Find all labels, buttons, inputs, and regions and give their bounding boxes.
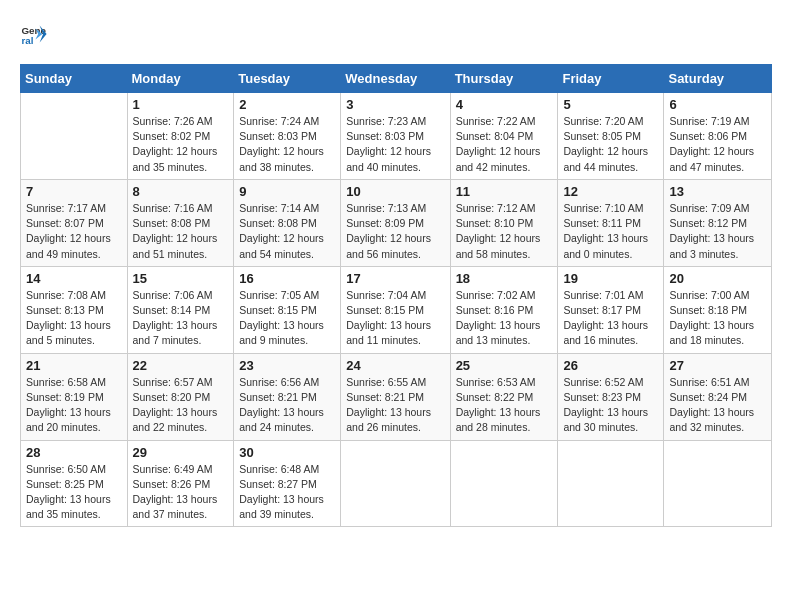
calendar-cell: 20Sunrise: 7:00 AM Sunset: 8:18 PM Dayli… (664, 266, 772, 353)
calendar-cell (558, 440, 664, 527)
calendar-cell: 9Sunrise: 7:14 AM Sunset: 8:08 PM Daylig… (234, 179, 341, 266)
day-number: 10 (346, 184, 444, 199)
day-number: 8 (133, 184, 229, 199)
day-number: 27 (669, 358, 766, 373)
day-number: 30 (239, 445, 335, 460)
day-number: 26 (563, 358, 658, 373)
day-number: 20 (669, 271, 766, 286)
calendar-cell: 27Sunrise: 6:51 AM Sunset: 8:24 PM Dayli… (664, 353, 772, 440)
calendar-cell (664, 440, 772, 527)
day-info: Sunrise: 7:08 AM Sunset: 8:13 PM Dayligh… (26, 288, 122, 349)
day-number: 14 (26, 271, 122, 286)
day-info: Sunrise: 7:10 AM Sunset: 8:11 PM Dayligh… (563, 201, 658, 262)
day-number: 11 (456, 184, 553, 199)
calendar-cell: 6Sunrise: 7:19 AM Sunset: 8:06 PM Daylig… (664, 93, 772, 180)
weekday-header-monday: Monday (127, 65, 234, 93)
day-number: 9 (239, 184, 335, 199)
calendar-cell: 14Sunrise: 7:08 AM Sunset: 8:13 PM Dayli… (21, 266, 128, 353)
page-header: Gene ral (20, 20, 772, 48)
day-number: 3 (346, 97, 444, 112)
day-info: Sunrise: 7:02 AM Sunset: 8:16 PM Dayligh… (456, 288, 553, 349)
calendar-cell: 7Sunrise: 7:17 AM Sunset: 8:07 PM Daylig… (21, 179, 128, 266)
day-info: Sunrise: 7:06 AM Sunset: 8:14 PM Dayligh… (133, 288, 229, 349)
day-number: 2 (239, 97, 335, 112)
calendar-cell: 5Sunrise: 7:20 AM Sunset: 8:05 PM Daylig… (558, 93, 664, 180)
day-number: 19 (563, 271, 658, 286)
calendar-cell: 19Sunrise: 7:01 AM Sunset: 8:17 PM Dayli… (558, 266, 664, 353)
day-info: Sunrise: 6:52 AM Sunset: 8:23 PM Dayligh… (563, 375, 658, 436)
calendar-cell: 30Sunrise: 6:48 AM Sunset: 8:27 PM Dayli… (234, 440, 341, 527)
day-number: 17 (346, 271, 444, 286)
day-info: Sunrise: 6:48 AM Sunset: 8:27 PM Dayligh… (239, 462, 335, 523)
calendar-week-row: 14Sunrise: 7:08 AM Sunset: 8:13 PM Dayli… (21, 266, 772, 353)
calendar-cell: 17Sunrise: 7:04 AM Sunset: 8:15 PM Dayli… (341, 266, 450, 353)
day-info: Sunrise: 7:20 AM Sunset: 8:05 PM Dayligh… (563, 114, 658, 175)
day-info: Sunrise: 6:57 AM Sunset: 8:20 PM Dayligh… (133, 375, 229, 436)
calendar-cell: 3Sunrise: 7:23 AM Sunset: 8:03 PM Daylig… (341, 93, 450, 180)
day-number: 4 (456, 97, 553, 112)
day-number: 13 (669, 184, 766, 199)
day-info: Sunrise: 7:09 AM Sunset: 8:12 PM Dayligh… (669, 201, 766, 262)
day-info: Sunrise: 6:58 AM Sunset: 8:19 PM Dayligh… (26, 375, 122, 436)
day-number: 25 (456, 358, 553, 373)
calendar-table: SundayMondayTuesdayWednesdayThursdayFrid… (20, 64, 772, 527)
day-info: Sunrise: 7:16 AM Sunset: 8:08 PM Dayligh… (133, 201, 229, 262)
calendar-cell: 26Sunrise: 6:52 AM Sunset: 8:23 PM Dayli… (558, 353, 664, 440)
calendar-cell (21, 93, 128, 180)
calendar-cell: 24Sunrise: 6:55 AM Sunset: 8:21 PM Dayli… (341, 353, 450, 440)
weekday-header-sunday: Sunday (21, 65, 128, 93)
day-info: Sunrise: 6:49 AM Sunset: 8:26 PM Dayligh… (133, 462, 229, 523)
calendar-week-row: 28Sunrise: 6:50 AM Sunset: 8:25 PM Dayli… (21, 440, 772, 527)
calendar-cell: 15Sunrise: 7:06 AM Sunset: 8:14 PM Dayli… (127, 266, 234, 353)
day-info: Sunrise: 7:23 AM Sunset: 8:03 PM Dayligh… (346, 114, 444, 175)
day-number: 7 (26, 184, 122, 199)
calendar-cell: 11Sunrise: 7:12 AM Sunset: 8:10 PM Dayli… (450, 179, 558, 266)
day-number: 12 (563, 184, 658, 199)
day-info: Sunrise: 7:05 AM Sunset: 8:15 PM Dayligh… (239, 288, 335, 349)
day-info: Sunrise: 7:14 AM Sunset: 8:08 PM Dayligh… (239, 201, 335, 262)
weekday-header-friday: Friday (558, 65, 664, 93)
day-info: Sunrise: 7:12 AM Sunset: 8:10 PM Dayligh… (456, 201, 553, 262)
calendar-cell: 12Sunrise: 7:10 AM Sunset: 8:11 PM Dayli… (558, 179, 664, 266)
calendar-cell: 29Sunrise: 6:49 AM Sunset: 8:26 PM Dayli… (127, 440, 234, 527)
calendar-cell: 16Sunrise: 7:05 AM Sunset: 8:15 PM Dayli… (234, 266, 341, 353)
calendar-cell: 8Sunrise: 7:16 AM Sunset: 8:08 PM Daylig… (127, 179, 234, 266)
day-info: Sunrise: 7:04 AM Sunset: 8:15 PM Dayligh… (346, 288, 444, 349)
calendar-cell: 13Sunrise: 7:09 AM Sunset: 8:12 PM Dayli… (664, 179, 772, 266)
calendar-week-row: 1Sunrise: 7:26 AM Sunset: 8:02 PM Daylig… (21, 93, 772, 180)
day-info: Sunrise: 7:26 AM Sunset: 8:02 PM Dayligh… (133, 114, 229, 175)
calendar-week-row: 21Sunrise: 6:58 AM Sunset: 8:19 PM Dayli… (21, 353, 772, 440)
day-number: 29 (133, 445, 229, 460)
day-info: Sunrise: 7:13 AM Sunset: 8:09 PM Dayligh… (346, 201, 444, 262)
day-info: Sunrise: 7:17 AM Sunset: 8:07 PM Dayligh… (26, 201, 122, 262)
calendar-cell: 23Sunrise: 6:56 AM Sunset: 8:21 PM Dayli… (234, 353, 341, 440)
calendar-cell: 25Sunrise: 6:53 AM Sunset: 8:22 PM Dayli… (450, 353, 558, 440)
day-info: Sunrise: 7:00 AM Sunset: 8:18 PM Dayligh… (669, 288, 766, 349)
weekday-header-row: SundayMondayTuesdayWednesdayThursdayFrid… (21, 65, 772, 93)
day-number: 1 (133, 97, 229, 112)
calendar-cell (450, 440, 558, 527)
day-info: Sunrise: 6:50 AM Sunset: 8:25 PM Dayligh… (26, 462, 122, 523)
weekday-header-saturday: Saturday (664, 65, 772, 93)
weekday-header-tuesday: Tuesday (234, 65, 341, 93)
weekday-header-wednesday: Wednesday (341, 65, 450, 93)
day-number: 28 (26, 445, 122, 460)
logo-icon: Gene ral (20, 20, 48, 48)
calendar-cell (341, 440, 450, 527)
calendar-cell: 22Sunrise: 6:57 AM Sunset: 8:20 PM Dayli… (127, 353, 234, 440)
day-info: Sunrise: 7:22 AM Sunset: 8:04 PM Dayligh… (456, 114, 553, 175)
day-info: Sunrise: 7:01 AM Sunset: 8:17 PM Dayligh… (563, 288, 658, 349)
day-number: 18 (456, 271, 553, 286)
calendar-cell: 1Sunrise: 7:26 AM Sunset: 8:02 PM Daylig… (127, 93, 234, 180)
day-info: Sunrise: 7:19 AM Sunset: 8:06 PM Dayligh… (669, 114, 766, 175)
day-info: Sunrise: 7:24 AM Sunset: 8:03 PM Dayligh… (239, 114, 335, 175)
calendar-cell: 21Sunrise: 6:58 AM Sunset: 8:19 PM Dayli… (21, 353, 128, 440)
svg-text:ral: ral (21, 35, 33, 46)
day-info: Sunrise: 6:56 AM Sunset: 8:21 PM Dayligh… (239, 375, 335, 436)
day-number: 21 (26, 358, 122, 373)
calendar-cell: 2Sunrise: 7:24 AM Sunset: 8:03 PM Daylig… (234, 93, 341, 180)
calendar-cell: 28Sunrise: 6:50 AM Sunset: 8:25 PM Dayli… (21, 440, 128, 527)
day-number: 22 (133, 358, 229, 373)
day-number: 24 (346, 358, 444, 373)
day-number: 23 (239, 358, 335, 373)
